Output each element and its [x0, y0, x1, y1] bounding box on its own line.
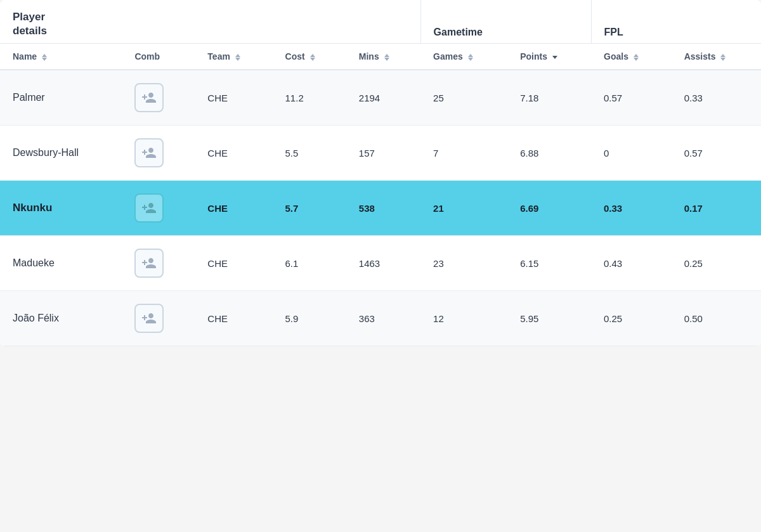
mins-cell: 363 — [346, 291, 420, 346]
add-player-icon — [141, 256, 157, 271]
assists-cell: 0.25 — [672, 236, 761, 291]
points-cell: 7.18 — [507, 70, 591, 126]
col-header-comb: Comb — [122, 44, 195, 70]
comb-cell — [122, 70, 195, 126]
assists-cell: 0.33 — [672, 70, 761, 126]
team-cell: CHE — [195, 181, 272, 236]
points-sort-icon — [552, 56, 557, 59]
points-cell: 6.88 — [507, 126, 591, 181]
games-sort-icon — [468, 54, 473, 61]
games-cell: 25 — [420, 70, 507, 126]
add-player-icon — [141, 311, 157, 326]
table-row: João Félix CHE5.9363125.950.250.50 — [0, 291, 761, 346]
goals-sort-icon — [634, 54, 639, 61]
goals-cell: 0.25 — [591, 291, 672, 346]
team-sort-icon — [235, 54, 240, 61]
col-header-points[interactable]: Points — [507, 44, 591, 70]
add-player-button[interactable] — [134, 138, 164, 167]
games-cell: 23 — [420, 236, 507, 291]
goals-cell: 0 — [591, 126, 672, 181]
assists-cell: 0.50 — [672, 291, 761, 346]
header-group-row: Player details Gametime FPL — [0, 0, 761, 44]
name-sort-icon — [42, 54, 47, 61]
table-body: Palmer CHE11.22194257.180.570.33Dewsbury… — [0, 70, 761, 346]
player-name-cell: Nkunku — [0, 181, 122, 236]
comb-cell — [122, 126, 195, 181]
add-player-icon — [141, 145, 157, 160]
player-name-cell: João Félix — [0, 291, 122, 346]
table-row: Nkunku CHE5.7538216.690.330.17 — [0, 181, 761, 236]
mins-cell: 2194 — [346, 70, 420, 126]
player-name-cell: Madueke — [0, 236, 122, 291]
add-player-button[interactable] — [134, 249, 164, 278]
add-player-icon — [141, 200, 157, 216]
assists-sort-icon — [720, 54, 725, 61]
comb-cell — [122, 291, 195, 346]
fpl-header: FPL — [591, 0, 761, 44]
col-header-assists[interactable]: Assists — [672, 44, 761, 70]
table-row: Dewsbury-Hall CHE5.515776.8800.57 — [0, 126, 761, 181]
games-cell: 7 — [420, 126, 507, 181]
add-player-button[interactable] — [134, 193, 164, 223]
col-header-team[interactable]: Team — [195, 44, 272, 70]
points-cell: 6.15 — [507, 236, 591, 291]
player-name-cell: Palmer — [0, 70, 122, 126]
empty-header-cols — [195, 0, 420, 44]
mins-cell: 1463 — [346, 236, 420, 291]
goals-cell: 0.43 — [591, 236, 672, 291]
comb-cell — [122, 181, 195, 236]
team-cell: CHE — [195, 70, 272, 126]
cost-cell: 5.9 — [273, 291, 346, 346]
assists-cell: 0.17 — [672, 181, 761, 236]
cost-cell: 5.7 — [273, 181, 346, 236]
table-row: Madueke CHE6.11463236.150.430.25 — [0, 236, 761, 291]
player-stats-table: Player details Gametime FPL Name — [0, 0, 761, 346]
points-cell: 6.69 — [507, 181, 591, 236]
col-header-goals[interactable]: Goals — [591, 44, 672, 70]
cost-sort-icon — [310, 54, 315, 61]
add-player-button[interactable] — [134, 304, 164, 333]
player-details-header: Player details — [0, 0, 195, 44]
col-header-name[interactable]: Name — [0, 44, 122, 70]
player-name-cell: Dewsbury-Hall — [0, 126, 122, 181]
team-cell: CHE — [195, 291, 272, 346]
column-header-row: Name Comb Team Cost — [0, 44, 761, 70]
col-header-mins[interactable]: Mins — [346, 44, 420, 70]
add-player-button[interactable] — [134, 83, 164, 112]
table-row: Palmer CHE11.22194257.180.570.33 — [0, 70, 761, 126]
cost-cell: 6.1 — [273, 236, 346, 291]
cost-cell: 11.2 — [273, 70, 346, 126]
mins-cell: 538 — [346, 181, 420, 236]
assists-cell: 0.57 — [672, 126, 761, 181]
goals-cell: 0.33 — [591, 181, 672, 236]
col-header-games[interactable]: Games — [420, 44, 507, 70]
gametime-header: Gametime — [420, 0, 591, 44]
add-player-icon — [141, 90, 157, 105]
team-cell: CHE — [195, 126, 272, 181]
games-cell: 21 — [420, 181, 507, 236]
points-cell: 5.95 — [507, 291, 591, 346]
mins-cell: 157 — [346, 126, 420, 181]
mins-sort-icon — [384, 54, 389, 61]
cost-cell: 5.5 — [273, 126, 346, 181]
team-cell: CHE — [195, 236, 272, 291]
games-cell: 12 — [420, 291, 507, 346]
comb-cell — [122, 236, 195, 291]
col-header-cost[interactable]: Cost — [273, 44, 346, 70]
goals-cell: 0.57 — [591, 70, 672, 126]
